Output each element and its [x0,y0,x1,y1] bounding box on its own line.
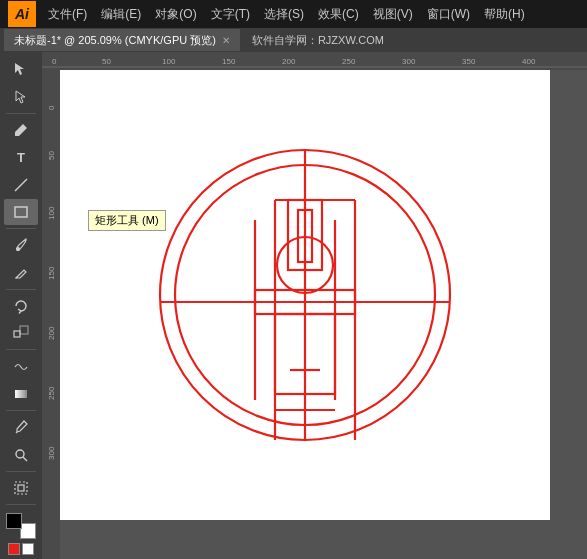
menu-select[interactable]: 选择(S) [258,4,310,25]
svg-text:0: 0 [47,105,56,110]
pen-tool[interactable] [4,117,38,143]
pencil-tool[interactable] [4,259,38,285]
tool-separator-4 [6,349,36,350]
ruler-left: 0 50 100 150 200 250 300 [42,70,60,559]
svg-rect-8 [15,482,27,494]
svg-text:250: 250 [342,57,356,66]
svg-point-6 [16,450,24,458]
gradient-tool[interactable] [4,381,38,407]
svg-rect-3 [14,331,20,337]
type-tool[interactable]: T [4,144,38,170]
tab-active[interactable]: 未标题-1* @ 205.09% (CMYK/GPU 预览) ✕ [4,29,240,51]
toolbar: T [0,52,42,559]
tool-separator-5 [6,410,36,411]
svg-line-7 [23,457,27,461]
rotate-tool[interactable] [4,293,38,319]
svg-text:200: 200 [282,57,296,66]
svg-text:150: 150 [222,57,236,66]
menu-edit[interactable]: 编辑(E) [95,4,147,25]
svg-rect-9 [18,485,24,491]
svg-point-2 [17,248,20,251]
eyedropper-tool[interactable] [4,414,38,440]
svg-text:100: 100 [47,206,56,220]
svg-rect-1 [15,207,27,217]
rectangle-tool[interactable] [4,199,38,225]
tool-separator-2 [6,228,36,229]
menu-help[interactable]: 帮助(H) [478,4,531,25]
warp-tool[interactable] [4,353,38,379]
quick-color-swatches [8,543,34,555]
line-tool[interactable] [4,171,38,197]
color-swatch-area [6,502,36,559]
menu-type[interactable]: 文字(T) [205,4,256,25]
menu-window[interactable]: 窗口(W) [421,4,476,25]
tool-separator-3 [6,289,36,290]
tab-close-button[interactable]: ✕ [222,35,230,46]
svg-text:300: 300 [402,57,416,66]
svg-text:300: 300 [47,446,56,460]
canvas-area[interactable]: 0 50 100 150 200 250 300 350 400 0 50 10… [42,52,587,559]
tab-site-label: 软件自学网：RJZXW.COM [252,33,384,48]
svg-rect-4 [20,326,28,334]
fill-swatch[interactable] [6,513,22,529]
main-layout: T [0,52,587,559]
menu-file[interactable]: 文件(F) [42,4,93,25]
direct-selection-tool[interactable] [4,83,38,109]
tool-separator-6 [6,471,36,472]
tool-separator-1 [6,113,36,114]
tab-bar: 未标题-1* @ 205.09% (CMYK/GPU 预览) ✕ 软件自学网：R… [0,28,587,52]
artboard-tool[interactable] [4,475,38,501]
svg-text:350: 350 [462,57,476,66]
svg-rect-21 [42,70,60,559]
svg-text:0: 0 [52,57,57,66]
menu-effect[interactable]: 效果(C) [312,4,365,25]
menu-bar: 文件(F) 编辑(E) 对象(O) 文字(T) 选择(S) 效果(C) 视图(V… [42,4,579,25]
drawing-svg [60,70,550,520]
scale-tool[interactable] [4,320,38,346]
white-swatch[interactable] [22,543,34,555]
selection-tool[interactable] [4,56,38,82]
zoom-tool[interactable] [4,441,38,467]
menu-view[interactable]: 视图(V) [367,4,419,25]
menu-object[interactable]: 对象(O) [149,4,202,25]
svg-line-0 [15,179,27,191]
ai-logo: Ai [8,1,36,27]
paintbrush-tool[interactable] [4,232,38,258]
svg-text:400: 400 [522,57,536,66]
fill-stroke-swatches[interactable] [6,513,36,539]
red-swatch[interactable] [8,543,20,555]
svg-text:50: 50 [102,57,111,66]
svg-text:50: 50 [47,151,56,160]
svg-rect-5 [15,390,27,398]
ruler-top: 0 50 100 150 200 250 300 350 400 [42,52,587,70]
svg-text:100: 100 [162,57,176,66]
stroke-swatch[interactable] [20,523,36,539]
svg-rect-10 [42,52,587,70]
svg-text:200: 200 [47,326,56,340]
svg-text:250: 250 [47,386,56,400]
tool-separator-7 [6,504,36,505]
tab-active-label: 未标题-1* @ 205.09% (CMYK/GPU 预览) [14,33,216,48]
tab-site[interactable]: 软件自学网：RJZXW.COM [242,29,394,51]
svg-text:150: 150 [47,266,56,280]
title-bar: Ai 文件(F) 编辑(E) 对象(O) 文字(T) 选择(S) 效果(C) 视… [0,0,587,28]
